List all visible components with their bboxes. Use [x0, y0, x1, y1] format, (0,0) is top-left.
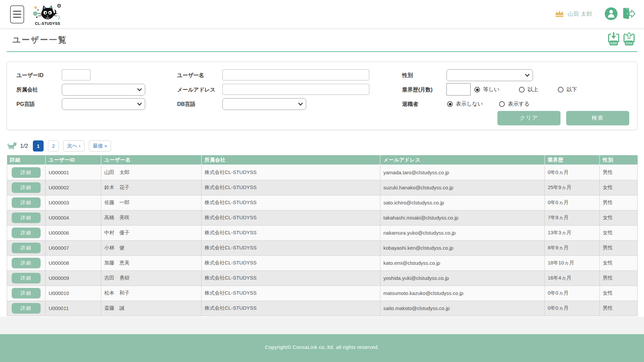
csv-download-button[interactable]: CSV: [607, 32, 620, 47]
header-gender: 性別: [600, 155, 638, 165]
retiree-label: 退職者: [402, 101, 418, 108]
radio-selected-icon: [447, 101, 453, 107]
retiree-radio-group: 表示しない 表示する: [447, 101, 530, 108]
chevron-down-icon: [525, 74, 530, 77]
cell-user-id: U000010: [46, 286, 101, 301]
cell-company: 株式会社CL-STUDYSS: [202, 195, 380, 210]
cell-user-id: U000007: [46, 240, 101, 255]
table-row: 詳細 U000009 吉田 勇樹 株式会社CL-STUDYSS yoshida.…: [7, 270, 638, 286]
detail-button[interactable]: 詳細: [12, 228, 41, 238]
crown-icon: [554, 10, 565, 19]
cell-gender: 女性: [600, 210, 638, 225]
last-page-button[interactable]: 最後 »: [89, 140, 111, 152]
svg-text:CSV: CSV: [626, 41, 633, 45]
cell-experience: 0年0ヵ月: [545, 286, 600, 301]
db-language-select[interactable]: [222, 98, 306, 110]
chevron-down-icon: [137, 103, 142, 106]
app-header: CL-STUDYSS 山田 太郎: [0, 0, 644, 29]
cell-user-name: 中村 優子: [101, 225, 202, 240]
radio-unselected-icon: [519, 87, 525, 93]
next-page-button[interactable]: 次へ ›: [63, 140, 85, 152]
table-row: 詳細 U000008 加藤 恵美 株式会社CL-STUDYSS kato.emi…: [7, 255, 638, 270]
cell-company: 株式会社CL-STUDYSS: [202, 180, 380, 195]
cell-user-name: 山田 太郎: [101, 165, 202, 180]
industry-months-input[interactable]: [446, 83, 471, 96]
cell-experience: 0年0ヵ月: [545, 301, 600, 316]
company-select[interactable]: [62, 84, 145, 96]
detail-button[interactable]: 詳細: [12, 243, 41, 253]
cell-user-id: U000004: [46, 210, 101, 225]
header-experience: 業界歴: [545, 155, 600, 165]
cell-email: nakamura.yuko@clstudyss.co.jp: [380, 225, 545, 240]
svg-text:CSV: CSV: [610, 41, 617, 45]
cell-email: suzuki.hanako@clstudyss.co.jp: [380, 180, 545, 195]
cell-gender: 女性: [600, 180, 638, 195]
cell-email: yoshida.yuki@clstudyss.co.jp: [380, 270, 545, 286]
cell-user-id: U000001: [46, 165, 101, 180]
cell-email: kobayashi.ken@clstudyss.co.jp: [380, 240, 545, 255]
radio-greater-equal[interactable]: 以上: [519, 86, 538, 93]
hamburger-menu-button[interactable]: [10, 5, 24, 23]
header-detail: 詳細: [7, 155, 46, 165]
detail-button[interactable]: 詳細: [12, 167, 41, 178]
chevron-down-icon: [137, 88, 142, 91]
app-logo[interactable]: CL-STUDYSS: [32, 3, 63, 25]
user-id-input[interactable]: [62, 69, 91, 80]
radio-hide-retirees[interactable]: 表示しない: [447, 101, 483, 108]
cell-user-name: 佐藤 一郎: [101, 195, 202, 210]
user-name-input[interactable]: [222, 69, 369, 80]
detail-button[interactable]: 詳細: [12, 303, 41, 313]
table-row: 詳細 U000010 松本 和子 株式会社CL-STUDYSS matsumot…: [7, 286, 638, 301]
radio-unselected-icon: [558, 87, 564, 93]
csv-upload-button[interactable]: CSV: [623, 32, 635, 47]
industry-compare-radio-group: 等しい 以上 以下: [474, 86, 577, 93]
user-table: 詳細 ユーザーID ユーザー名 所属会社 メールアドレス 業界歴 性別 詳細 U…: [7, 155, 638, 316]
page-button-2[interactable]: 2: [48, 140, 59, 152]
detail-button[interactable]: 詳細: [12, 288, 41, 298]
email-input[interactable]: [222, 84, 369, 95]
detail-button[interactable]: 詳細: [12, 182, 41, 193]
pg-language-select[interactable]: [62, 98, 145, 110]
detail-button[interactable]: 詳細: [12, 197, 41, 208]
cell-user-id: U000008: [46, 255, 101, 270]
cell-experience: 13年3ヵ月: [545, 225, 600, 240]
cell-gender: 女性: [600, 255, 638, 270]
cell-gender: 男性: [600, 301, 638, 316]
cell-gender: 男性: [600, 240, 638, 255]
detail-button[interactable]: 詳細: [12, 258, 41, 268]
pagination: 1/2 1 2 次へ › 最後 »: [7, 140, 637, 152]
detail-button[interactable]: 詳細: [12, 273, 41, 283]
radio-equal[interactable]: 等しい: [474, 86, 499, 93]
account-button[interactable]: [604, 7, 618, 21]
title-underline: [7, 51, 637, 52]
cell-gender: 女性: [600, 286, 638, 301]
logout-door-icon: [621, 7, 635, 21]
user-name-label: ユーザー名: [177, 72, 204, 79]
cell-email: kato.emi@clstudyss.co.jp: [380, 255, 545, 270]
page-button-1[interactable]: 1: [33, 140, 44, 152]
radio-less-equal[interactable]: 以下: [558, 86, 577, 93]
cell-user-name: 松本 和子: [101, 286, 202, 301]
cell-gender: 男性: [600, 165, 638, 180]
cell-user-name: 斎藤 誠: [101, 301, 202, 316]
search-button[interactable]: 検索: [566, 111, 629, 125]
hamburger-icon: [13, 11, 21, 12]
db-language-label: DB言語: [177, 101, 196, 108]
cell-gender: 女性: [600, 225, 638, 240]
cell-experience: 0年0ヵ月: [545, 165, 600, 180]
cell-user-name: 小林 健: [101, 240, 202, 255]
gender-select[interactable]: [446, 69, 533, 81]
table-row: 詳細 U000001 山田 太郎 株式会社CL-STUDYSS yamada.t…: [7, 165, 638, 180]
email-label: メールアドレス: [177, 86, 215, 94]
cell-user-name: 高橋 美咲: [101, 210, 202, 225]
radio-show-retirees[interactable]: 表示する: [499, 101, 530, 108]
logout-button[interactable]: [621, 7, 635, 21]
detail-button[interactable]: 詳細: [12, 213, 41, 223]
cell-user-id: U000003: [46, 195, 101, 210]
cell-email: sato.ichiro@clstudyss.co.jp: [380, 195, 545, 210]
cell-user-name: 加藤 恵美: [101, 255, 202, 270]
cell-email: takahashi.misaki@clstudyss.co.jp: [380, 210, 545, 225]
cell-user-id: U000006: [46, 225, 101, 240]
gender-label: 性別: [402, 72, 413, 79]
clear-button[interactable]: クリア: [497, 111, 560, 125]
